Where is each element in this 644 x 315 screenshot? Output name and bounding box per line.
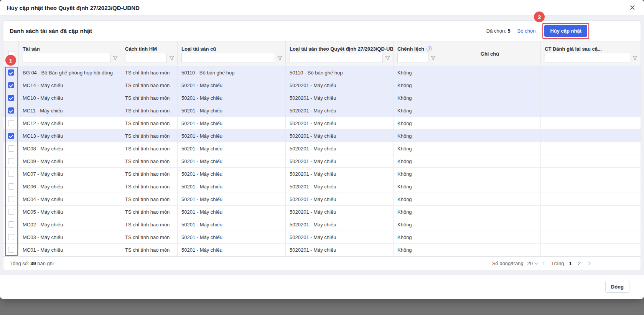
cell-new-type: 5020201 - Máy chiếu [286, 231, 394, 243]
table-row: MC03 - Máy chiếuTS chỉ tính hao mòn50201… [3, 231, 641, 244]
filter-funnel-icon[interactable] [385, 56, 390, 61]
cell-ct [541, 79, 641, 91]
filter-input-diff[interactable] [397, 53, 428, 63]
column-header-old-type: Loại tài sản cũ [178, 41, 285, 53]
cell-old-type: 50201 - Máy chiếu [178, 92, 286, 104]
cell-note [439, 104, 541, 117]
cell-ct [541, 117, 641, 129]
row-checkbox[interactable] [8, 120, 14, 126]
filter-funnel-icon[interactable] [113, 56, 118, 61]
row-checkbox[interactable] [8, 171, 14, 177]
filter-input-ct[interactable] [545, 53, 630, 63]
filter-funnel-icon[interactable] [169, 56, 174, 61]
cell-old-type: 50201 - Máy chiếu [178, 104, 286, 117]
cell-note [439, 130, 541, 142]
cancel-update-modal: Hủy cập nhật theo Quyết định 27/2023/QĐ-… [0, 0, 644, 299]
row-checkbox[interactable] [8, 107, 14, 114]
cell-method: TS chỉ tính hao mòn [121, 117, 178, 129]
cell-old-type: 50201 - Máy chiếu [178, 193, 286, 205]
cell-asset: MC04 - Máy chiếu [19, 193, 121, 205]
filter-funnel-icon[interactable] [632, 56, 637, 61]
row-checkbox-cell [3, 244, 19, 256]
cell-ct [541, 231, 641, 243]
cell-method: TS chỉ tính hao mòn [121, 244, 178, 256]
row-checkbox[interactable] [8, 196, 14, 202]
cell-asset: MC14 - Máy chiếu [19, 79, 121, 91]
cell-note [439, 231, 541, 243]
cell-old-type: 50201 - Máy chiếu [178, 244, 286, 256]
close-icon[interactable]: ✕ [628, 3, 637, 12]
row-checkbox[interactable] [8, 234, 14, 240]
total-value: 39 [30, 261, 36, 266]
modal-body: Danh sách tài sản đã cập nhật Đã chọn: 5… [0, 16, 644, 275]
cell-diff: Không [394, 79, 439, 91]
row-checkbox[interactable] [8, 209, 14, 215]
cell-diff: Không [394, 231, 439, 243]
column-note: Ghi chú [439, 41, 541, 66]
page-size-select[interactable]: 20 [527, 261, 538, 266]
row-checkbox-cell [3, 142, 19, 155]
filter-input-new-type[interactable] [290, 53, 383, 63]
previous-page-button[interactable] [542, 261, 547, 266]
row-checkbox[interactable] [8, 158, 14, 164]
cell-method: TS chỉ tính hao mòn [121, 104, 178, 117]
table-row: MC05 - Máy chiếuTS chỉ tính hao mòn50201… [3, 206, 641, 218]
cell-ct [541, 130, 641, 142]
cell-diff: Không [394, 155, 439, 167]
row-checkbox[interactable] [8, 133, 14, 139]
filter-input-asset[interactable] [23, 53, 110, 63]
row-checkbox[interactable] [8, 247, 14, 253]
chevron-down-icon [535, 261, 539, 265]
column-old-type: Loại tài sản cũ [178, 41, 286, 66]
cell-note [439, 193, 541, 205]
row-checkbox-cell [3, 130, 19, 142]
row-checkbox[interactable] [8, 82, 14, 88]
filter-funnel-icon[interactable] [431, 56, 436, 61]
cell-old-type: 50201 - Máy chiếu [178, 117, 286, 129]
filter-input-method[interactable] [125, 53, 167, 63]
deselect-link[interactable]: Bỏ chọn [517, 28, 536, 34]
page-number-1[interactable]: 1 [568, 261, 573, 266]
cell-asset: MC03 - Máy chiếu [19, 231, 121, 243]
cell-method: TS chỉ tính hao mòn [121, 206, 178, 218]
row-checkbox[interactable] [8, 145, 14, 152]
table-row: MC12 - Máy chiếuTS chỉ tính hao mòn50201… [3, 117, 641, 130]
row-checkbox-cell [3, 180, 19, 193]
row-checkbox-cell [3, 231, 19, 243]
filter-input-old-type[interactable] [181, 53, 275, 63]
column-asset: Tài sản [19, 41, 121, 66]
header-controls: Đã chọn: 5 Bỏ chọn 2 Hủy cập nhật [486, 23, 589, 39]
table-row: BG 04 - Bộ Bàn ghế phòng họp hội đồngTS … [3, 66, 641, 79]
column-method: Cách tính HM [121, 41, 178, 66]
table-footer: Tổng số: 39 bản ghi Số dòng/trang 20 Tra… [3, 256, 641, 270]
cell-new-type: 5020201 - Máy chiếu [286, 142, 394, 155]
cell-note [439, 117, 541, 129]
cell-note [439, 142, 541, 155]
cell-diff: Không [394, 66, 439, 79]
filter-funnel-icon[interactable] [277, 56, 282, 61]
page-number-2[interactable]: 2 [577, 261, 582, 266]
cell-diff: Không [394, 142, 439, 155]
cell-method: TS chỉ tính hao mòn [121, 231, 178, 243]
column-diff: Chênh lệch i [394, 41, 439, 66]
cell-asset: MC05 - Máy chiếu [19, 206, 121, 218]
cell-ct [541, 104, 641, 117]
row-checkbox[interactable] [8, 95, 14, 101]
row-checkbox[interactable] [8, 221, 14, 228]
cell-ct [541, 180, 641, 193]
next-page-button[interactable] [586, 261, 591, 266]
row-checkbox-cell [3, 218, 19, 231]
annotation-step-1-badge: 1 [5, 55, 16, 66]
cell-note [439, 66, 541, 79]
row-checkbox[interactable] [8, 183, 14, 190]
close-button[interactable]: Đóng [605, 281, 629, 293]
row-checkbox-cell [3, 117, 19, 129]
info-icon[interactable]: i [427, 46, 432, 51]
row-checkbox[interactable] [8, 69, 14, 76]
cell-diff: Không [394, 104, 439, 117]
cell-new-type: 5020201 - Máy chiếu [286, 130, 394, 142]
table-row: MC08 - Máy chiếuTS chỉ tính hao mòn50201… [3, 142, 641, 155]
cancel-update-button[interactable]: Hủy cập nhật [544, 25, 587, 37]
cell-diff: Không [394, 206, 439, 218]
cell-new-type: 5020201 - Máy chiếu [286, 92, 394, 104]
